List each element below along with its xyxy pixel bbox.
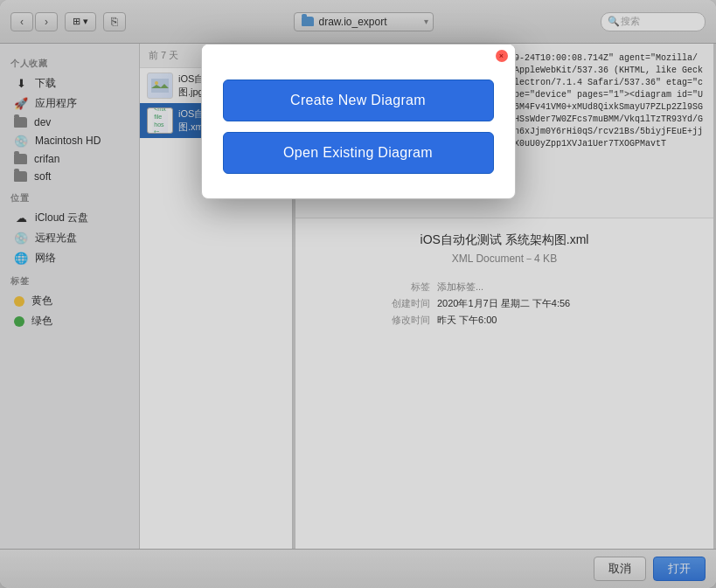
- dialog-overlay: × Create New Diagram Open Existing Diagr…: [0, 0, 716, 588]
- dialog-body: Create New Diagram Open Existing Diagram: [202, 62, 515, 198]
- create-diagram-button[interactable]: Create New Diagram: [223, 80, 494, 121]
- dialog-close-button[interactable]: ×: [496, 50, 508, 62]
- open-diagram-button[interactable]: Open Existing Diagram: [223, 132, 494, 174]
- dialog-header: ×: [202, 45, 515, 62]
- dialog: × Create New Diagram Open Existing Diagr…: [201, 44, 516, 199]
